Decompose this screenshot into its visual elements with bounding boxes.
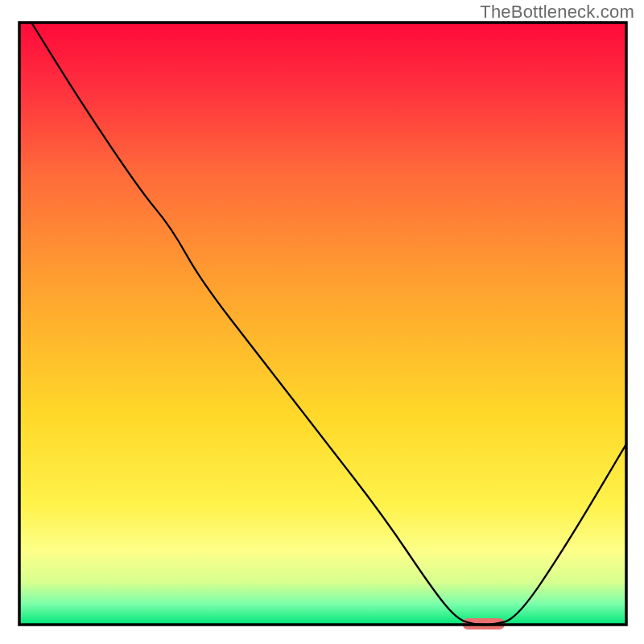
gradient-background [19,23,626,625]
bottleneck-chart [0,0,644,644]
plot-area [19,23,626,630]
chart-container: TheBottleneck.com [0,0,644,644]
watermark-text: TheBottleneck.com [480,2,634,23]
